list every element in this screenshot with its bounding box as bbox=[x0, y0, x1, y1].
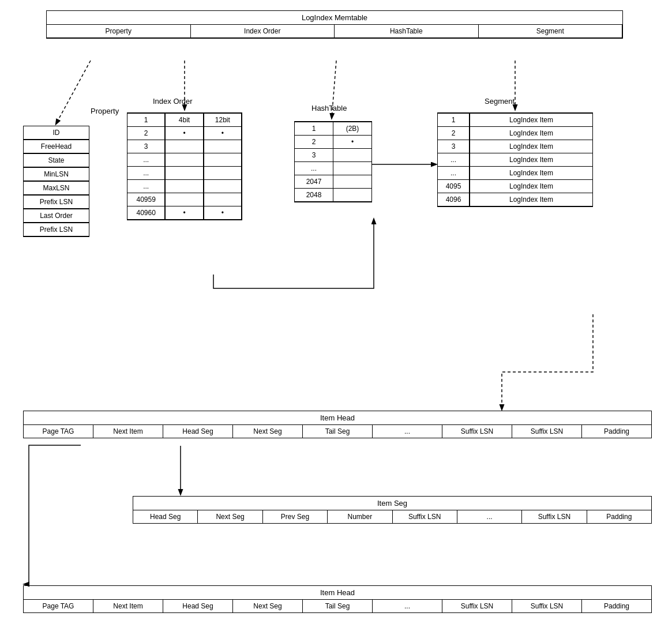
seg-row-0: 1 LogIndex Item bbox=[438, 113, 592, 127]
ht-r0c0: 1 bbox=[295, 122, 333, 136]
io-h3: 12bit bbox=[204, 113, 242, 127]
item-head-1: Item Head Page TAG Next Item Head Seg Ne… bbox=[23, 411, 652, 438]
seg-r3c0: ... bbox=[438, 153, 470, 167]
seg-r0c1: LogIndex Item bbox=[470, 113, 592, 127]
arrows-overlay bbox=[0, 0, 672, 639]
item-seg-cells: Head Seg Next Seg Prev Seg Number Suffix… bbox=[133, 510, 651, 523]
io-r1c1 bbox=[165, 140, 203, 153]
io-r5c0: 40959 bbox=[127, 193, 165, 206]
ht-r5c1 bbox=[333, 189, 371, 202]
ht-r1c1: • bbox=[333, 136, 371, 149]
io-r4c2 bbox=[204, 180, 242, 193]
prop-state: State bbox=[24, 153, 89, 167]
ht-r3c1 bbox=[333, 162, 371, 175]
ht-r1c0: 2 bbox=[295, 136, 333, 149]
item-head-1-cells: Page TAG Next Item Head Seg Next Seg Tai… bbox=[24, 425, 651, 438]
memtable-col-hashtable: HashTable bbox=[335, 25, 479, 38]
io-r1c0: 3 bbox=[127, 140, 165, 153]
ih1-next-item: Next Item bbox=[93, 425, 163, 438]
io-r3c2 bbox=[204, 167, 242, 180]
io-h2: 4bit bbox=[165, 113, 203, 127]
hashtable-section-label: HashTable bbox=[311, 104, 347, 112]
ih2-next-seg: Next Seg bbox=[233, 600, 303, 612]
ht-row-3: ... bbox=[295, 162, 371, 175]
ih1-tail-seg: Tail Seg bbox=[303, 425, 373, 438]
io-r5c1 bbox=[165, 193, 203, 206]
io-r2c1 bbox=[165, 153, 203, 167]
ih1-padding: Padding bbox=[582, 425, 651, 438]
item-head-1-title: Item Head bbox=[24, 411, 651, 425]
memtable-title: LogIndex Memtable bbox=[47, 11, 622, 25]
ht-row-5: 2048 bbox=[295, 189, 371, 202]
io-r1c2 bbox=[204, 140, 242, 153]
prop-maxlsn: MaxLSN bbox=[24, 181, 89, 195]
io-r5c2 bbox=[204, 193, 242, 206]
io-row-0: 2 • • bbox=[127, 127, 242, 140]
io-r2c0: ... bbox=[127, 153, 165, 167]
arrow-io-to-ht bbox=[213, 219, 374, 288]
io-row-1: 3 bbox=[127, 140, 242, 153]
index-order-box: 1 4bit 12bit 2 • • 3 ... ... ... bbox=[127, 112, 242, 220]
seg-r2c0: 3 bbox=[438, 140, 470, 153]
prop-lastorder: Last Order bbox=[24, 209, 89, 223]
item-head-2-cells: Page TAG Next Item Head Seg Next Seg Tai… bbox=[24, 600, 651, 612]
io-r0c0: 2 bbox=[127, 127, 165, 140]
seg-r0c0: 1 bbox=[438, 113, 470, 127]
prop-id: ID bbox=[24, 126, 89, 140]
io-h1: 1 bbox=[127, 113, 165, 127]
ht-r3c0: ... bbox=[295, 162, 333, 175]
io-r6c0: 40960 bbox=[127, 206, 165, 220]
ih2-head-seg: Head Seg bbox=[163, 600, 233, 612]
segment-section-label: Segment bbox=[485, 97, 515, 106]
ht-r0c1: (2B) bbox=[333, 122, 371, 136]
ih2-ellipsis: ... bbox=[373, 600, 442, 612]
is-ellipsis: ... bbox=[457, 510, 522, 523]
seg-r1c0: 2 bbox=[438, 127, 470, 140]
io-r3c1 bbox=[165, 167, 203, 180]
prop-prefixlsn1: Prefix LSN bbox=[24, 195, 89, 209]
ih1-ellipsis: ... bbox=[373, 425, 442, 438]
ht-row-4: 2047 bbox=[295, 175, 371, 189]
io-r6c2: • bbox=[204, 206, 242, 220]
index-order-section-label: Index Order bbox=[153, 97, 193, 106]
ht-r4c1 bbox=[333, 175, 371, 189]
seg-r5c1: LogIndex Item bbox=[470, 180, 592, 193]
io-row-6: 40960 • • bbox=[127, 206, 242, 220]
property-box: ID FreeHead State MinLSN MaxLSN Prefix L… bbox=[23, 126, 89, 237]
memtable-col-property: Property bbox=[47, 25, 191, 38]
ih2-padding: Padding bbox=[582, 600, 651, 612]
item-seg-title: Item Seg bbox=[133, 497, 651, 510]
seg-r4c1: LogIndex Item bbox=[470, 167, 592, 180]
arrow-property bbox=[56, 61, 91, 124]
seg-r5c0: 4095 bbox=[438, 180, 470, 193]
seg-r1c1: LogIndex Item bbox=[470, 127, 592, 140]
prop-freehead: FreeHead bbox=[24, 140, 89, 153]
ht-r4c0: 2047 bbox=[295, 175, 333, 189]
ht-row-1: 2 • bbox=[295, 136, 371, 149]
ih1-suffix-lsn-2: Suffix LSN bbox=[512, 425, 582, 438]
seg-r2c1: LogIndex Item bbox=[470, 140, 592, 153]
io-r0c2: • bbox=[204, 127, 242, 140]
ih2-suffix-lsn-1: Suffix LSN bbox=[442, 600, 512, 612]
property-section-label: Property bbox=[91, 107, 119, 115]
seg-row-6: 4096 LogIndex Item bbox=[438, 193, 592, 206]
memtable-col-index: Index Order bbox=[191, 25, 335, 38]
io-r6c1: • bbox=[165, 206, 203, 220]
io-row-5: 40959 bbox=[127, 193, 242, 206]
item-head-2: Item Head Page TAG Next Item Head Seg Ne… bbox=[23, 585, 652, 613]
seg-row-2: 3 LogIndex Item bbox=[438, 140, 592, 153]
ih2-page-tag: Page TAG bbox=[24, 600, 93, 612]
ht-r2c1 bbox=[333, 149, 371, 162]
ht-r2c0: 3 bbox=[295, 149, 333, 162]
is-suffix-lsn-1: Suffix LSN bbox=[393, 510, 457, 523]
seg-r6c0: 4096 bbox=[438, 193, 470, 206]
segment-box: 1 LogIndex Item 2 LogIndex Item 3 LogInd… bbox=[437, 112, 593, 207]
seg-r4c0: ... bbox=[438, 167, 470, 180]
hashtable-box: 1 (2B) 2 • 3 ... 2047 2048 bbox=[294, 121, 372, 202]
ih2-tail-seg: Tail Seg bbox=[303, 600, 373, 612]
seg-r3c1: LogIndex Item bbox=[470, 153, 592, 167]
arrow-seg-to-itemhead1 bbox=[502, 314, 593, 409]
ht-row-2: 3 bbox=[295, 149, 371, 162]
ih1-head-seg: Head Seg bbox=[163, 425, 233, 438]
is-head-seg: Head Seg bbox=[133, 510, 198, 523]
